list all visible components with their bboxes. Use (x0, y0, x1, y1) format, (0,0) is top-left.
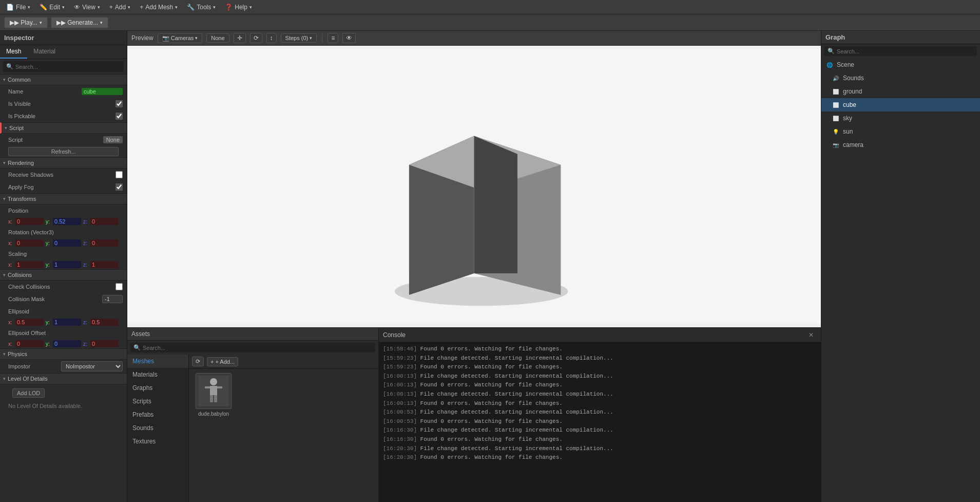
transforms-arrow-icon: ▾ (3, 196, 6, 201)
menu-edit[interactable]: ✏️ Edit ▾ (35, 3, 69, 12)
graph-item-sun[interactable]: 💡sun (821, 125, 980, 138)
check-collisions-checkbox[interactable] (116, 283, 123, 290)
svg-rect-9 (205, 386, 210, 388)
inspector-search-input[interactable] (15, 64, 121, 70)
position-z-input[interactable] (90, 218, 119, 225)
receive-shadows-checkbox[interactable] (116, 171, 123, 178)
name-input[interactable] (82, 88, 123, 95)
console-time: [16:00:53] (383, 409, 417, 415)
tools-icon: 🔧 (187, 4, 195, 11)
menu-file[interactable]: 📄 File ▾ (2, 3, 34, 12)
console-close-button[interactable]: ✕ (805, 330, 817, 340)
refresh-assets-button[interactable]: ⟳ (192, 357, 204, 366)
sidebar-item-materials[interactable]: Materials (127, 368, 188, 381)
ellipsoid-z-input[interactable] (90, 319, 119, 326)
position-x-input[interactable] (15, 218, 44, 225)
asset-dude[interactable]: dude.babylon (193, 373, 234, 417)
script-arrow-icon: ▾ (5, 125, 7, 131)
svg-rect-8 (210, 386, 217, 395)
section-script[interactable]: ▾ Script (0, 122, 127, 134)
console-message: Found 0 errors. Watching for file change… (417, 382, 563, 388)
scaling-x-input[interactable] (15, 261, 44, 268)
inspector-header: Inspector (0, 31, 127, 45)
none-button[interactable]: None (206, 33, 229, 43)
menu-add-mesh[interactable]: + Add Mesh ▾ (136, 3, 182, 12)
sidebar-item-sounds[interactable]: Sounds (127, 421, 188, 435)
menu-add[interactable]: + Add ▾ (105, 3, 134, 12)
ellipsoid-offset-z-input[interactable] (90, 340, 119, 347)
graph-item-camera[interactable]: 📷camera (821, 138, 980, 152)
console-message: File change detected. Starting increment… (417, 445, 613, 452)
graph-search-input[interactable] (837, 48, 974, 54)
settings-icon-btn[interactable]: ≡ (328, 33, 338, 43)
eoz-label: z: (83, 341, 88, 347)
sz-label: z: (83, 262, 88, 268)
rotation-x-input[interactable] (15, 239, 44, 247)
svg-point-7 (210, 378, 217, 385)
tab-mesh[interactable]: Mesh (0, 45, 27, 59)
rotation-z-input[interactable] (90, 239, 119, 247)
scale-icon-btn[interactable]: ↕ (266, 33, 277, 43)
assets-panel: Assets 🔍 Meshes Materials Graphs Scripts… (127, 328, 379, 502)
cameras-button[interactable]: 📷 Cameras ▾ (158, 33, 203, 43)
sidebar-item-textures[interactable]: Textures (127, 435, 188, 448)
menu-tools[interactable]: 🔧 Tools ▾ (183, 3, 220, 12)
steps-button[interactable]: Steps (0) ▾ (281, 33, 317, 43)
menu-help[interactable]: ❓ Help ▾ (221, 3, 256, 12)
sidebar-item-scripts[interactable]: Scripts (127, 395, 188, 408)
is-pickable-checkbox[interactable] (116, 113, 123, 120)
view-icon: 👁 (74, 4, 80, 11)
eye-icon-btn[interactable]: 👁 (342, 33, 356, 43)
ellipsoid-y-input[interactable] (53, 319, 81, 326)
ellipsoid-offset-x-input[interactable] (15, 340, 44, 347)
section-common[interactable]: ▾ Common (0, 74, 127, 85)
separator (322, 33, 322, 43)
position-y-input[interactable] (53, 218, 81, 225)
rotate-icon-btn[interactable]: ⟳ (250, 33, 262, 43)
graph-item-ground[interactable]: ⬜ground (821, 85, 980, 98)
script-none-button[interactable]: None (103, 136, 123, 143)
scaling-z-input[interactable] (90, 261, 119, 268)
play-button[interactable]: ▶ ▶ Play... ▾ (4, 17, 48, 28)
graph-item-scene[interactable]: 🌐Scene (821, 58, 980, 71)
menu-view[interactable]: 👁 View ▾ (70, 3, 104, 12)
rotation-y-input[interactable] (53, 239, 81, 247)
graph-item-sky[interactable]: ⬜sky (821, 111, 980, 125)
prop-script: Script None (0, 134, 127, 146)
cameras-arrow-icon: ▾ (195, 35, 198, 41)
prop-position: Position (0, 204, 127, 217)
console-line: [16:20:30] File change detected. Startin… (383, 444, 817, 454)
scaling-y-input[interactable] (53, 261, 81, 268)
tab-material[interactable]: Material (27, 45, 62, 59)
add-lod-button[interactable]: Add LOD (12, 388, 45, 398)
section-transforms[interactable]: ▾ Transforms (0, 193, 127, 204)
is-visible-checkbox[interactable] (116, 100, 123, 107)
sidebar-item-prefabs[interactable]: Prefabs (127, 408, 188, 421)
graph-item-cube[interactable]: ⬜cube (821, 98, 980, 111)
move-icon-btn[interactable]: ✛ (234, 33, 246, 43)
graph-item-sounds[interactable]: 🔊Sounds (821, 71, 980, 85)
arrow-icon: ▾ (98, 5, 100, 10)
console-content[interactable]: [15:58:46] Found 0 errors. Watching for … (379, 343, 821, 502)
graph-header: Graph (821, 31, 980, 44)
preview-canvas[interactable] (127, 46, 821, 327)
generate-button[interactable]: ▶ ▶ Generate... ▾ (51, 17, 108, 28)
apply-fog-checkbox[interactable] (116, 183, 123, 191)
collision-mask-input[interactable] (102, 295, 123, 303)
refresh-button[interactable]: Refresh... (8, 147, 119, 156)
add-asset-button[interactable]: + + Add... (207, 357, 238, 366)
ellipsoid-offset-y-input[interactable] (53, 340, 81, 347)
graph-tree: 🌐Scene🔊Sounds⬜ground⬜cube⬜sky💡sun📷camera (821, 58, 980, 502)
section-collisions[interactable]: ▾ Collisions (0, 269, 127, 281)
ellipsoid-x-input[interactable] (15, 319, 44, 326)
section-rendering[interactable]: ▾ Rendering (0, 157, 127, 169)
assets-header: Assets (127, 328, 378, 341)
section-lod[interactable]: ▾ Level Of Details (0, 373, 127, 384)
sidebar-item-graphs[interactable]: Graphs (127, 381, 188, 395)
impostor-select[interactable]: NoImpostor BoxImpostor SphereImpostor Cy… (61, 361, 123, 371)
assets-search-input[interactable] (143, 345, 372, 351)
section-physics[interactable]: ▾ Physics (0, 348, 127, 360)
sidebar-item-meshes[interactable]: Meshes (127, 355, 188, 368)
plus-icon: + (109, 4, 113, 11)
console-time: [15:59:23] (383, 364, 417, 370)
